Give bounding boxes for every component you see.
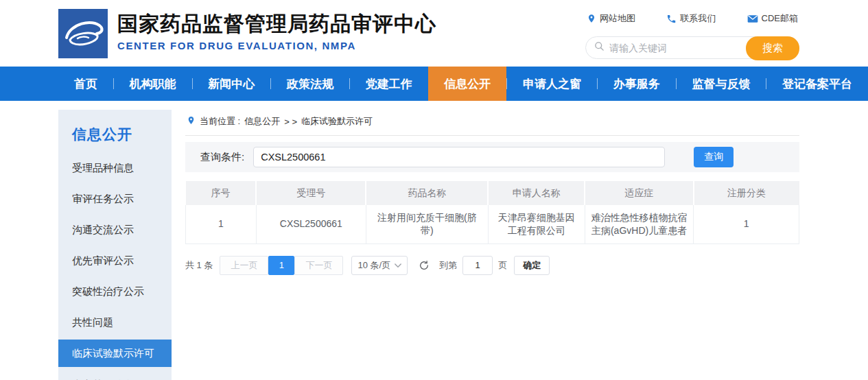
contact-us-link[interactable]: 联系我们 — [666, 12, 716, 25]
results-table: 序号 受理号 药品名称 申请人名称 适应症 注册分类 1 CXSL2500661… — [185, 181, 799, 244]
search-icon — [594, 41, 605, 54]
query-condition-input[interactable] — [253, 147, 665, 167]
pagination-total: 共 1 条 — [185, 259, 213, 272]
table-header-row: 序号 受理号 药品名称 申请人名称 适应症 注册分类 — [186, 181, 799, 205]
site-title: 国家药品监督管理局药品审评中心 — [117, 10, 436, 38]
prev-page-button[interactable]: 上一页 — [220, 256, 268, 275]
breadcrumb-current-page[interactable]: 临床试验默示许可 — [301, 115, 373, 128]
query-button[interactable]: 查询 — [694, 147, 734, 167]
table-header-drug-name: 药品名称 — [366, 181, 488, 205]
location-pin-icon — [587, 13, 596, 24]
nav-item-home[interactable]: 首页 — [58, 67, 113, 101]
cell-drug-name: 注射用间充质干细胞(脐带) — [366, 205, 488, 244]
site-header: 国家药品监督管理局药品审评中心 CENTER FOR DRUG EVALUATI… — [0, 0, 868, 67]
cde-mail-link[interactable]: CDE邮箱 — [747, 12, 798, 25]
table-header-registration-category: 注册分类 — [694, 181, 799, 205]
refresh-icon[interactable] — [419, 260, 430, 271]
cde-mail-label: CDE邮箱 — [762, 12, 798, 25]
goto-page-suffix: 页 — [498, 259, 507, 272]
table-header-index: 序号 — [186, 181, 257, 205]
nav-item-services[interactable]: 办事服务 — [598, 67, 676, 101]
sidebar-item-clinical-trial-implied-license[interactable]: 临床试验默示许可 — [58, 340, 172, 367]
header-quick-links: 网站地图 联系我们 CDE邮箱 — [585, 12, 799, 25]
cell-registration-category: 1 — [694, 205, 799, 244]
nav-item-registration-platform[interactable]: 登记备案平台 — [766, 67, 868, 101]
nav-item-party-building[interactable]: 党建工作 — [350, 67, 428, 101]
page-content: 信息公开 受理品种信息 审评任务公示 沟通交流公示 优先审评公示 突破性治疗公示… — [0, 101, 868, 380]
sidebar-title: 信息公开 — [58, 125, 172, 144]
sidebar-item-accepted-varieties[interactable]: 受理品种信息 — [58, 152, 172, 183]
contact-us-label: 联系我们 — [680, 12, 716, 25]
site-search-button[interactable]: 搜索 — [746, 36, 799, 60]
main-panel: 当前位置 : 信息公开 > > 临床试验默示许可 查询条件: 查询 序号 受理号… — [185, 110, 799, 275]
goto-page-prefix: 到第 — [439, 259, 457, 272]
cell-index: 1 — [186, 205, 257, 244]
next-page-button[interactable]: 下一页 — [294, 256, 343, 275]
sidebar-item-communication[interactable]: 沟通交流公示 — [58, 214, 172, 245]
breadcrumb: 当前位置 : 信息公开 > > 临床试验默示许可 — [185, 110, 799, 136]
chevron-down-icon — [395, 260, 401, 270]
sidebar: 信息公开 受理品种信息 审评任务公示 沟通交流公示 优先审评公示 突破性治疗公示… — [58, 110, 172, 380]
cde-logo-icon — [58, 9, 108, 58]
site-subtitle: CENTER FOR DRUG EVALUATION, NMPA — [117, 40, 436, 51]
breadcrumb-separator: > > — [284, 117, 297, 127]
site-search-bar: 搜索 — [585, 36, 799, 59]
nav-item-news[interactable]: 新闻中心 — [192, 67, 270, 101]
sidebar-item-breakthrough-therapy[interactable]: 突破性治疗公示 — [58, 276, 172, 307]
cell-applicant-name: 天津昂赛细胞基因工程有限公司 — [488, 205, 585, 244]
page-size-select[interactable]: 10 条/页 — [351, 256, 408, 275]
nav-item-applicant-window[interactable]: 申请人之窗 — [507, 67, 597, 101]
page-size-value: 10 条/页 — [357, 259, 390, 272]
nav-item-supervision-feedback[interactable]: 监督与反馈 — [676, 67, 766, 101]
sidebar-item-common-issues[interactable]: 共性问题 — [58, 307, 172, 337]
goto-page-input[interactable] — [462, 256, 493, 275]
goto-confirm-button[interactable]: 确定 — [514, 256, 550, 275]
phone-icon — [666, 14, 677, 24]
query-panel: 查询条件: 查询 — [185, 142, 799, 172]
sidebar-item-priority-review[interactable]: 优先审评公示 — [58, 245, 172, 276]
breadcrumb-pin-icon — [187, 115, 196, 128]
main-navbar: 首页 机构职能 新闻中心 政策法规 党建工作 信息公开 申请人之窗 办事服务 监… — [0, 67, 868, 101]
cell-acceptance-number: CXSL2500661 — [256, 205, 366, 244]
table-row: 1 CXSL2500661 注射用间充质干细胞(脐带) 天津昂赛细胞基因工程有限… — [186, 205, 799, 244]
nav-item-policies[interactable]: 政策法规 — [271, 67, 349, 101]
query-condition-label: 查询条件: — [200, 151, 244, 164]
nav-item-information-disclosure[interactable]: 信息公开 — [428, 67, 506, 101]
sidebar-item-marketed-drugs[interactable]: 上市药品信息 — [58, 369, 172, 380]
table-header-acceptance-number: 受理号 — [256, 181, 366, 205]
sitemap-link[interactable]: 网站地图 — [587, 12, 635, 25]
page-number-button[interactable]: 1 — [268, 256, 294, 275]
sidebar-item-review-tasks[interactable]: 审评任务公示 — [58, 183, 172, 214]
nav-item-functions[interactable]: 机构职能 — [114, 67, 192, 101]
table-header-indication: 适应症 — [585, 181, 693, 205]
breadcrumb-section-link[interactable]: 信息公开 — [244, 115, 280, 128]
pagination-bar: 共 1 条 上一页 1 下一页 10 条/页 到第 页 确定 — [185, 256, 799, 275]
sitemap-label: 网站地图 — [600, 12, 635, 25]
table-header-applicant-name: 申请人名称 — [488, 181, 585, 205]
envelope-icon — [747, 14, 758, 23]
breadcrumb-prefix: 当前位置 : — [200, 115, 240, 128]
cell-indication: 难治性急性移植物抗宿主病(aGvHD)儿童患者 — [585, 205, 693, 244]
